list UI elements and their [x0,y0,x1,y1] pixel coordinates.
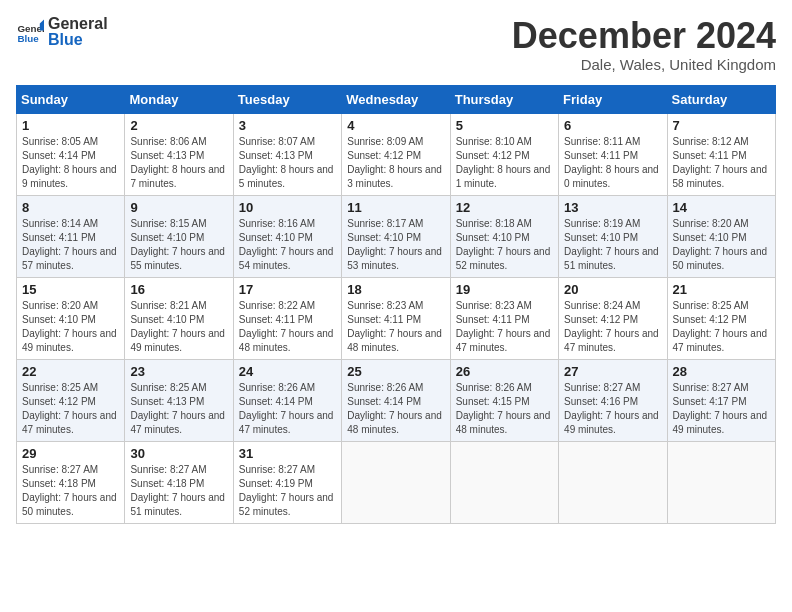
day-info: Sunrise: 8:10 AM Sunset: 4:12 PM Dayligh… [456,135,553,191]
calendar-day-cell: 26Sunrise: 8:26 AM Sunset: 4:15 PM Dayli… [450,359,558,441]
calendar-day-cell: 21Sunrise: 8:25 AM Sunset: 4:12 PM Dayli… [667,277,775,359]
weekday-header-thursday: Thursday [450,85,558,113]
day-number: 12 [456,200,553,215]
day-number: 24 [239,364,336,379]
day-info: Sunrise: 8:25 AM Sunset: 4:12 PM Dayligh… [673,299,770,355]
calendar-day-cell: 4Sunrise: 8:09 AM Sunset: 4:12 PM Daylig… [342,113,450,195]
day-number: 17 [239,282,336,297]
logo-icon: General Blue [16,18,44,46]
day-info: Sunrise: 8:06 AM Sunset: 4:13 PM Dayligh… [130,135,227,191]
day-info: Sunrise: 8:24 AM Sunset: 4:12 PM Dayligh… [564,299,661,355]
calendar-day-cell: 17Sunrise: 8:22 AM Sunset: 4:11 PM Dayli… [233,277,341,359]
day-number: 4 [347,118,444,133]
day-info: Sunrise: 8:23 AM Sunset: 4:11 PM Dayligh… [456,299,553,355]
empty-cell [667,441,775,523]
calendar-week-row: 22Sunrise: 8:25 AM Sunset: 4:12 PM Dayli… [17,359,776,441]
day-info: Sunrise: 8:23 AM Sunset: 4:11 PM Dayligh… [347,299,444,355]
day-info: Sunrise: 8:07 AM Sunset: 4:13 PM Dayligh… [239,135,336,191]
calendar-subtitle: Dale, Wales, United Kingdom [512,56,776,73]
day-info: Sunrise: 8:17 AM Sunset: 4:10 PM Dayligh… [347,217,444,273]
calendar-week-row: 8Sunrise: 8:14 AM Sunset: 4:11 PM Daylig… [17,195,776,277]
day-number: 27 [564,364,661,379]
logo: General Blue General Blue [16,16,108,48]
day-info: Sunrise: 8:19 AM Sunset: 4:10 PM Dayligh… [564,217,661,273]
calendar-day-cell: 22Sunrise: 8:25 AM Sunset: 4:12 PM Dayli… [17,359,125,441]
day-number: 1 [22,118,119,133]
calendar-day-cell: 10Sunrise: 8:16 AM Sunset: 4:10 PM Dayli… [233,195,341,277]
logo-blue: Blue [48,32,108,48]
calendar-day-cell: 20Sunrise: 8:24 AM Sunset: 4:12 PM Dayli… [559,277,667,359]
calendar-day-cell: 19Sunrise: 8:23 AM Sunset: 4:11 PM Dayli… [450,277,558,359]
calendar-day-cell: 2Sunrise: 8:06 AM Sunset: 4:13 PM Daylig… [125,113,233,195]
day-number: 3 [239,118,336,133]
calendar-day-cell: 27Sunrise: 8:27 AM Sunset: 4:16 PM Dayli… [559,359,667,441]
day-info: Sunrise: 8:20 AM Sunset: 4:10 PM Dayligh… [22,299,119,355]
day-info: Sunrise: 8:26 AM Sunset: 4:14 PM Dayligh… [347,381,444,437]
day-number: 23 [130,364,227,379]
weekday-header-sunday: Sunday [17,85,125,113]
calendar-day-cell: 5Sunrise: 8:10 AM Sunset: 4:12 PM Daylig… [450,113,558,195]
calendar-day-cell: 18Sunrise: 8:23 AM Sunset: 4:11 PM Dayli… [342,277,450,359]
calendar-day-cell: 25Sunrise: 8:26 AM Sunset: 4:14 PM Dayli… [342,359,450,441]
day-number: 16 [130,282,227,297]
empty-cell [450,441,558,523]
day-number: 14 [673,200,770,215]
day-info: Sunrise: 8:16 AM Sunset: 4:10 PM Dayligh… [239,217,336,273]
page-header: General Blue General Blue December 2024 … [16,16,776,73]
day-number: 21 [673,282,770,297]
day-info: Sunrise: 8:21 AM Sunset: 4:10 PM Dayligh… [130,299,227,355]
day-number: 28 [673,364,770,379]
weekday-header-monday: Monday [125,85,233,113]
weekday-header-tuesday: Tuesday [233,85,341,113]
day-number: 8 [22,200,119,215]
svg-marker-2 [40,19,44,30]
calendar-day-cell: 24Sunrise: 8:26 AM Sunset: 4:14 PM Dayli… [233,359,341,441]
day-info: Sunrise: 8:27 AM Sunset: 4:17 PM Dayligh… [673,381,770,437]
calendar-day-cell: 12Sunrise: 8:18 AM Sunset: 4:10 PM Dayli… [450,195,558,277]
day-number: 18 [347,282,444,297]
day-info: Sunrise: 8:26 AM Sunset: 4:14 PM Dayligh… [239,381,336,437]
calendar-day-cell: 3Sunrise: 8:07 AM Sunset: 4:13 PM Daylig… [233,113,341,195]
calendar-day-cell: 9Sunrise: 8:15 AM Sunset: 4:10 PM Daylig… [125,195,233,277]
calendar-day-cell: 14Sunrise: 8:20 AM Sunset: 4:10 PM Dayli… [667,195,775,277]
day-info: Sunrise: 8:05 AM Sunset: 4:14 PM Dayligh… [22,135,119,191]
day-info: Sunrise: 8:27 AM Sunset: 4:16 PM Dayligh… [564,381,661,437]
calendar-day-cell: 13Sunrise: 8:19 AM Sunset: 4:10 PM Dayli… [559,195,667,277]
day-info: Sunrise: 8:26 AM Sunset: 4:15 PM Dayligh… [456,381,553,437]
day-info: Sunrise: 8:25 AM Sunset: 4:12 PM Dayligh… [22,381,119,437]
calendar-day-cell: 31Sunrise: 8:27 AM Sunset: 4:19 PM Dayli… [233,441,341,523]
calendar-week-row: 1Sunrise: 8:05 AM Sunset: 4:14 PM Daylig… [17,113,776,195]
calendar-day-cell: 23Sunrise: 8:25 AM Sunset: 4:13 PM Dayli… [125,359,233,441]
empty-cell [342,441,450,523]
calendar-day-cell: 15Sunrise: 8:20 AM Sunset: 4:10 PM Dayli… [17,277,125,359]
day-number: 15 [22,282,119,297]
calendar-day-cell: 8Sunrise: 8:14 AM Sunset: 4:11 PM Daylig… [17,195,125,277]
weekday-header-friday: Friday [559,85,667,113]
day-info: Sunrise: 8:12 AM Sunset: 4:11 PM Dayligh… [673,135,770,191]
day-number: 30 [130,446,227,461]
day-info: Sunrise: 8:22 AM Sunset: 4:11 PM Dayligh… [239,299,336,355]
weekday-header-row: SundayMondayTuesdayWednesdayThursdayFrid… [17,85,776,113]
calendar-day-cell: 1Sunrise: 8:05 AM Sunset: 4:14 PM Daylig… [17,113,125,195]
calendar-day-cell: 30Sunrise: 8:27 AM Sunset: 4:18 PM Dayli… [125,441,233,523]
title-area: December 2024 Dale, Wales, United Kingdo… [512,16,776,73]
calendar-day-cell: 28Sunrise: 8:27 AM Sunset: 4:17 PM Dayli… [667,359,775,441]
day-number: 2 [130,118,227,133]
day-info: Sunrise: 8:09 AM Sunset: 4:12 PM Dayligh… [347,135,444,191]
day-number: 11 [347,200,444,215]
day-info: Sunrise: 8:20 AM Sunset: 4:10 PM Dayligh… [673,217,770,273]
logo-general: General [48,16,108,32]
weekday-header-saturday: Saturday [667,85,775,113]
calendar-day-cell: 7Sunrise: 8:12 AM Sunset: 4:11 PM Daylig… [667,113,775,195]
day-number: 22 [22,364,119,379]
day-number: 13 [564,200,661,215]
day-info: Sunrise: 8:15 AM Sunset: 4:10 PM Dayligh… [130,217,227,273]
day-number: 6 [564,118,661,133]
day-number: 5 [456,118,553,133]
calendar-table: SundayMondayTuesdayWednesdayThursdayFrid… [16,85,776,524]
day-info: Sunrise: 8:27 AM Sunset: 4:18 PM Dayligh… [22,463,119,519]
day-number: 19 [456,282,553,297]
day-info: Sunrise: 8:18 AM Sunset: 4:10 PM Dayligh… [456,217,553,273]
day-info: Sunrise: 8:27 AM Sunset: 4:19 PM Dayligh… [239,463,336,519]
svg-text:Blue: Blue [17,33,39,44]
